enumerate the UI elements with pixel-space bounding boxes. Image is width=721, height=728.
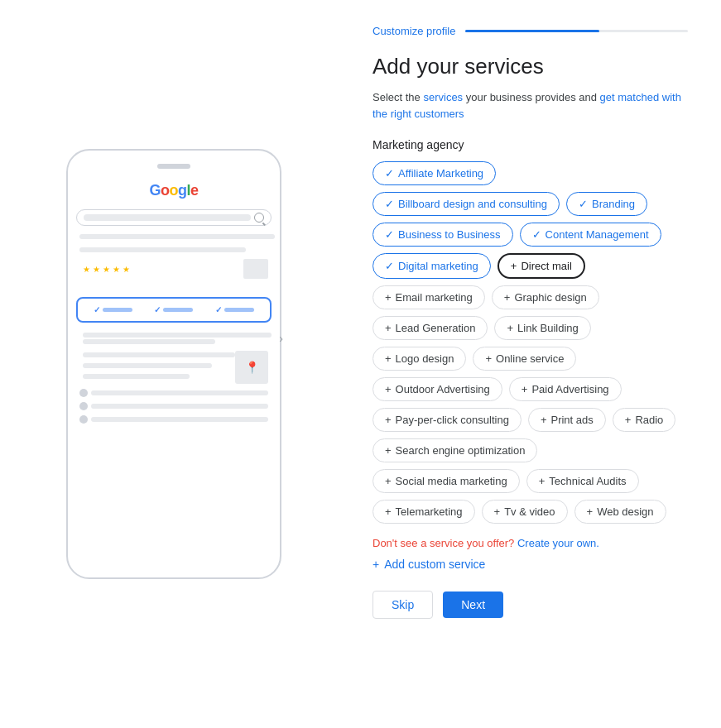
chip-tv-video[interactable]: + Tv & video [482,500,568,524]
chip-label: Search engine optimization [396,444,526,457]
add-custom-plus-icon: + [373,558,379,571]
time-line [91,390,268,395]
chip-telemarketing[interactable]: + Telemarketing [373,500,475,524]
section-label: Marketing agency [373,138,688,151]
chip-plus-icon: + [494,505,501,518]
dont-see-prefix: Don't see a [373,537,430,549]
search-bar-inner [84,214,251,221]
chip-link-building[interactable]: + Link Building [494,316,590,340]
star-3: ★ [103,265,110,274]
chip-print-ads[interactable]: + Print ads [528,408,606,432]
chip-digital-marketing[interactable]: ✓ Digital marketing [373,253,491,279]
check-item-3: ✓ [215,305,254,314]
create-your-own-link[interactable]: Create your own. [517,537,599,549]
result-line-1 [79,234,275,239]
progress-fill [465,30,598,32]
chip-label: Business to Business [398,228,501,241]
chip-logo-design[interactable]: + Logo design [373,347,466,371]
chip-check-icon: ✓ [385,228,394,241]
chip-affiliate-marketing[interactable]: ✓ Affiliate Marketing [373,161,496,185]
chip-plus-icon: + [385,444,392,457]
chip-label: Lead Generation [396,322,476,334]
stars-row: ★ ★ ★ ★ ★ [79,265,133,274]
chip-pay-per-click[interactable]: + Pay-per-click consulting [373,408,522,432]
phone-mockup: Google ★ ★ ★ ★ ★ ✓ ✓ [66,149,281,579]
chip-social-media[interactable]: + Social media marketing [373,469,520,493]
chip-plus-icon: + [507,322,513,334]
below-line-1 [83,333,272,338]
checkmark-2: ✓ [154,305,161,314]
chip-check-icon: ✓ [532,228,541,241]
chip-direct-mail[interactable]: + Direct mail [497,253,585,279]
phone-line [91,404,268,409]
buttons-row: Skip Next [373,591,688,619]
star-1: ★ [83,265,90,274]
map-line-1 [83,352,235,357]
chip-business-to-business[interactable]: ✓ Business to Business [373,223,513,247]
add-custom-service-link[interactable]: + Add custom service [373,558,688,571]
chip-label: Digital marketing [398,260,478,272]
chip-label: Online service [496,352,564,365]
subtitle-highlight-matched: get matched with the right customers [373,91,681,120]
chip-lead-generation[interactable]: + Lead Generation [373,316,488,340]
right-panel: Customize profile Add your services Sele… [348,0,721,728]
icon-line-row-2 [76,402,272,410]
chip-branding[interactable]: ✓ Branding [566,192,647,216]
chip-online-service[interactable]: + Online service [473,347,576,371]
chip-radio[interactable]: + Radio [613,408,676,432]
star-5: ★ [123,265,130,274]
skip-button[interactable]: Skip [373,591,433,619]
progress-label: Customize profile [373,25,455,37]
chip-outdoor-advertising[interactable]: + Outdoor Advertising [373,377,502,401]
chip-label: Radio [635,414,663,426]
check-item-1: ✓ [94,305,132,314]
chip-label: Graphic design [514,291,586,304]
chip-seo[interactable]: + Search engine optimization [373,438,537,462]
chip-label: Social media marketing [396,475,507,487]
progress-track [465,30,688,32]
phone-icon [79,402,88,410]
map-thumbnail: 📍 [235,351,268,384]
next-button[interactable]: Next [443,592,503,618]
search-bar [76,209,272,226]
chip-web-design[interactable]: + Web design [574,500,666,524]
chip-plus-icon: + [625,414,632,426]
chip-label: Direct mail [521,260,571,272]
chip-label: Link Building [517,322,579,334]
add-custom-label: Add custom service [384,558,485,571]
highlight-box: ✓ ✓ ✓ [76,297,272,323]
chip-plus-icon: + [504,291,511,304]
map-line-3 [83,374,190,379]
arrow-right-icon: › [279,332,283,345]
below-line-2 [83,339,215,344]
chip-billboard-design[interactable]: ✓ Billboard design and consulting [373,192,560,216]
check-line-2 [163,308,193,312]
dont-see-service-highlight: service [430,537,464,549]
chip-label: Email marketing [396,291,473,304]
chip-check-icon: ✓ [385,167,394,180]
google-logo-row: Google [76,182,272,199]
chip-plus-icon: + [385,291,392,304]
google-logo: Google [149,182,198,199]
check-line-1 [103,308,132,312]
chip-technical-audits[interactable]: + Technical Audits [526,469,639,493]
chips-container: ✓ Affiliate Marketing ✓ Billboard design… [373,161,688,524]
chip-plus-icon: + [539,475,546,487]
chip-email-marketing[interactable]: + Email marketing [373,285,485,309]
chip-check-icon: ✓ [385,198,394,210]
chip-check-icon: ✓ [385,260,394,272]
chip-content-management[interactable]: ✓ Content Management [520,223,661,247]
checkmark-3: ✓ [215,305,222,314]
chip-label: Tv & video [504,505,555,518]
chip-label: Technical Audits [549,475,626,487]
chip-plus-icon: + [385,505,392,518]
result-line-2 [79,247,246,252]
chip-graphic-design[interactable]: + Graphic design [492,285,599,309]
left-panel: Google ★ ★ ★ ★ ★ ✓ ✓ [0,0,348,728]
progress-bar-container: Customize profile [373,25,688,37]
subtitle-highlight-services: services [423,91,463,103]
chip-paid-advertising[interactable]: + Paid Advertising [509,377,622,401]
checkmark-1: ✓ [94,305,100,314]
map-line-2 [83,363,212,368]
chip-label: Affiliate Marketing [398,167,483,180]
